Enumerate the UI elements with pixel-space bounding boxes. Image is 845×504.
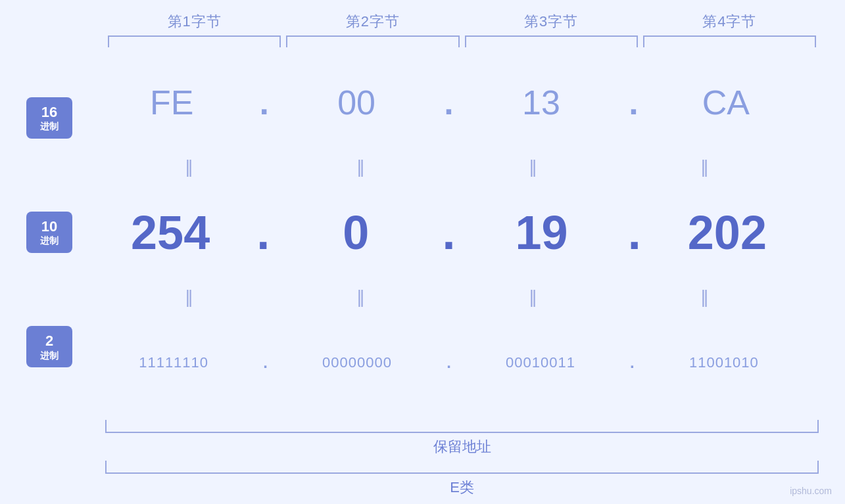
dec-val-1: 254 [85,206,255,260]
footer-label-2: E类 [450,479,474,495]
equals-row-2: ‖ ‖ ‖ ‖ [85,287,812,308]
bin-val-2: 00000000 [269,354,445,371]
hex-row: FE . 00 . 13 . CA [85,47,812,157]
eq5: ‖ [105,287,277,308]
binary-badge: 2 进制 [26,326,72,367]
bottom-brackets [105,420,819,433]
hex-val-3: 13 [455,83,627,122]
second-bracket-row [105,461,819,474]
eq4: ‖ [621,157,792,177]
hex-val-2: 00 [270,83,443,122]
eq2: ‖ [277,157,448,177]
bin-val-4: 11001010 [636,354,812,371]
byte2-header: 第2字节 [283,12,462,32]
dot-dec-1: . [255,206,271,260]
bracket-top-1 [108,35,281,47]
equals-row-1: ‖ ‖ ‖ ‖ [85,157,812,177]
main-container: 第1字节 第2字节 第3字节 第4字节 16 进制 10 进制 2 进制 [0,0,845,504]
dot-hex-2: . [443,83,454,122]
content-wrapper: 16 进制 10 进制 2 进制 FE . 00 . 13 . CA [0,47,845,417]
header-row: 第1字节 第2字节 第3字节 第4字节 [105,0,819,32]
footer-label-2-row: E类 [105,474,819,504]
decimal-badge: 10 进制 [26,212,72,253]
dot-hex-1: . [258,83,270,122]
bracket-top-3 [465,35,638,47]
data-columns: FE . 00 . 13 . CA ‖ ‖ ‖ ‖ 254 . 0 . [85,47,845,417]
dot-bin-1: . [262,354,269,372]
watermark: ipshu.com [790,486,832,496]
bin-val-3: 00010011 [452,354,629,371]
top-brackets [105,35,819,47]
eq1: ‖ [105,157,277,177]
bottom-bracket-full [105,420,819,433]
eq6: ‖ [277,287,448,308]
footer-label-1-row: 保留地址 [105,433,819,461]
decimal-row: 254 . 0 . 19 . 202 [85,177,812,287]
eq8: ‖ [621,287,792,308]
byte4-header: 第4字节 [640,12,819,32]
eq3: ‖ [449,157,621,177]
binary-row: 11111110 . 00000000 . 00010011 . 1100101… [85,308,812,417]
bracket-top-4 [643,35,816,47]
dec-val-2: 0 [271,206,441,260]
hex-val-4: CA [640,83,812,122]
byte1-header: 第1字节 [105,12,283,32]
dec-val-3: 19 [457,206,627,260]
dec-val-4: 202 [642,206,812,260]
dot-bin-2: . [445,354,452,372]
bin-val-1: 11111110 [85,354,262,371]
bracket-top-2 [286,35,459,47]
dot-dec-3: . [627,206,642,260]
footer-label-1: 保留地址 [433,438,491,455]
hex-badge: 16 进制 [26,97,72,139]
dot-dec-2: . [441,206,456,260]
dot-hex-3: . [627,83,639,122]
dot-bin-3: . [629,354,636,372]
byte3-header: 第3字节 [462,12,640,32]
left-badges: 16 进制 10 进制 2 进制 [0,47,85,417]
second-bracket [105,461,819,474]
eq7: ‖ [449,287,621,308]
hex-val-1: FE [85,83,258,122]
